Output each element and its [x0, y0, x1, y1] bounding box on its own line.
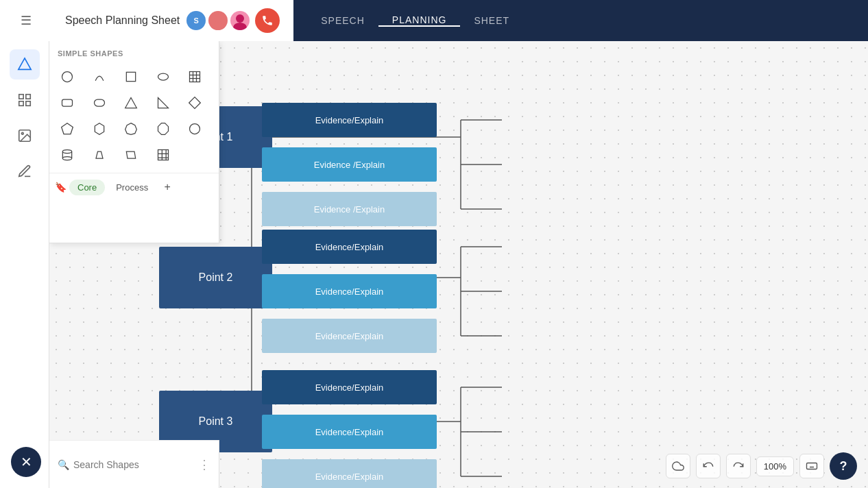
- svg-marker-25: [62, 123, 73, 134]
- shape-table[interactable]: [182, 64, 207, 89]
- hamburger-button[interactable]: ☰: [11, 5, 41, 36]
- svg-point-14: [158, 73, 168, 80]
- svg-marker-27: [125, 123, 137, 135]
- svg-point-0: [214, 14, 222, 23]
- svg-marker-24: [189, 97, 201, 109]
- footer-toolbar: 100% ?: [666, 452, 857, 480]
- shape-square[interactable]: [119, 64, 143, 89]
- avatar-1: [208, 11, 228, 30]
- call-button[interactable]: [255, 8, 280, 33]
- svg-marker-23: [158, 98, 168, 108]
- point-2-label: Point 2: [199, 271, 233, 284]
- undo-button[interactable]: [696, 454, 721, 478]
- shape-pentagon[interactable]: [55, 117, 80, 141]
- tab-speech[interactable]: SPEECH: [307, 15, 378, 26]
- shape-octagon[interactable]: [151, 117, 176, 141]
- point-2-box[interactable]: Point 2: [159, 247, 272, 308]
- evidence-3a[interactable]: Evidence/Explain: [262, 370, 437, 404]
- shape-heptagon[interactable]: [119, 117, 143, 141]
- shape-diamond[interactable]: [182, 90, 207, 115]
- shape-grid-table[interactable]: [151, 143, 176, 167]
- simple-shapes-label: SIMPLE SHAPES: [49, 41, 219, 62]
- title-area: Speech Planning Sheet S: [51, 0, 293, 41]
- shape-rounded-rect2[interactable]: [87, 90, 112, 115]
- svg-point-3: [233, 23, 247, 30]
- point-3-label: Point 3: [199, 415, 233, 428]
- shapes-grid: [49, 62, 219, 170]
- svg-marker-4: [18, 58, 30, 70]
- search-input[interactable]: [73, 459, 193, 470]
- shape-trapezoid[interactable]: [87, 143, 112, 167]
- shape-hexagon[interactable]: [87, 117, 112, 141]
- tab-core[interactable]: Core: [69, 180, 105, 195]
- collaborators-area: S: [186, 8, 280, 33]
- svg-rect-20: [62, 99, 73, 106]
- svg-marker-35: [96, 151, 103, 158]
- svg-rect-8: [19, 101, 23, 106]
- svg-marker-28: [158, 123, 168, 135]
- shape-circle[interactable]: [55, 64, 80, 89]
- tab-icon[interactable]: 🔖: [55, 182, 67, 193]
- evidence-1b[interactable]: Evidence /Explain: [262, 147, 437, 182]
- svg-marker-36: [127, 151, 136, 158]
- svg-point-2: [236, 14, 244, 23]
- zoom-level: 100%: [756, 456, 794, 476]
- shape-decagon[interactable]: [182, 117, 207, 141]
- svg-rect-13: [127, 72, 136, 81]
- shape-tabs: 🔖 Core Process +: [49, 173, 219, 198]
- left-sidebar: [0, 41, 49, 488]
- svg-rect-9: [25, 101, 29, 106]
- svg-point-34: [62, 157, 71, 160]
- help-button[interactable]: ?: [830, 452, 857, 480]
- svg-rect-6: [19, 95, 23, 99]
- close-button[interactable]: ✕: [11, 447, 41, 477]
- evidence-3b[interactable]: Evidence/Explain: [262, 415, 437, 449]
- tab-process[interactable]: Process: [108, 180, 156, 195]
- evidence-1c[interactable]: Evidence /Explain: [262, 192, 437, 226]
- svg-point-29: [190, 124, 200, 134]
- shapes-panel: SIMPLE SHAPES 🔖 Core Process +: [49, 41, 219, 243]
- svg-rect-15: [190, 72, 200, 82]
- header: ☰ Speech Planning Sheet S SPEECH PLANNIN…: [0, 0, 868, 41]
- evidence-2b[interactable]: Evidence/Explain: [262, 274, 437, 308]
- add-tab-button[interactable]: +: [159, 179, 176, 195]
- svg-rect-21: [94, 99, 104, 106]
- shape-cylinder[interactable]: [55, 143, 80, 167]
- shape-triangle[interactable]: [119, 90, 143, 115]
- tab-planning[interactable]: PLANNING: [378, 14, 461, 27]
- shape-rounded-rect[interactable]: [55, 90, 80, 115]
- sidebar-draw-button[interactable]: [10, 156, 40, 186]
- search-more-button[interactable]: ⋮: [198, 457, 210, 472]
- sidebar-image-button[interactable]: [10, 121, 40, 151]
- document-title: Speech Planning Sheet: [65, 14, 180, 27]
- avatar-2: [230, 11, 250, 30]
- evidence-2a[interactable]: Evidence/Explain: [262, 230, 437, 264]
- evidence-3c[interactable]: Evidence/Explain: [262, 459, 437, 488]
- svg-rect-61: [807, 463, 817, 469]
- svg-marker-26: [95, 123, 104, 135]
- sidebar-grid-button[interactable]: [10, 85, 40, 115]
- svg-rect-7: [25, 95, 29, 99]
- svg-point-12: [62, 72, 73, 82]
- keyboard-button[interactable]: [799, 454, 824, 478]
- header-logo-area: ☰: [0, 0, 51, 41]
- svg-rect-37: [158, 150, 168, 160]
- search-area: 🔍 ⋮: [49, 440, 219, 488]
- shape-parallelogram[interactable]: [119, 143, 143, 167]
- avatar-s: S: [186, 11, 206, 30]
- svg-point-11: [21, 132, 23, 134]
- shape-arc[interactable]: [87, 64, 112, 89]
- tab-sheet[interactable]: SHEET: [460, 15, 523, 26]
- shape-right-triangle[interactable]: [151, 90, 176, 115]
- svg-marker-22: [125, 98, 137, 108]
- sidebar-shapes-button[interactable]: [10, 49, 40, 80]
- evidence-2c[interactable]: Evidence/Explain: [262, 319, 437, 353]
- shape-ellipse[interactable]: [151, 64, 176, 89]
- evidence-1a[interactable]: Evidence/Explain: [262, 103, 437, 137]
- redo-button[interactable]: [726, 454, 751, 478]
- search-input-wrap: 🔍: [58, 459, 193, 470]
- svg-point-1: [211, 23, 225, 30]
- search-icon: 🔍: [58, 459, 69, 470]
- cloud-save-button[interactable]: [666, 454, 690, 478]
- navigation-tabs: SPEECH PLANNING SHEET: [293, 14, 868, 27]
